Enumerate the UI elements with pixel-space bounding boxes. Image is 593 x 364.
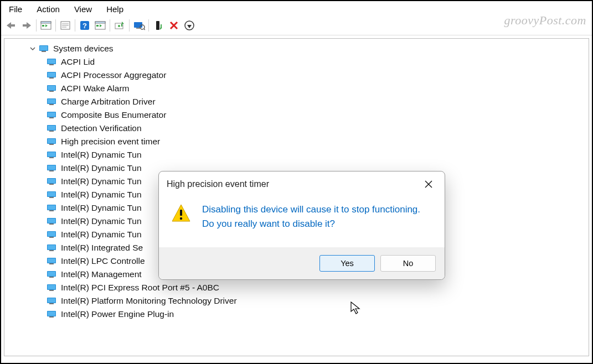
add-legacy-button[interactable]	[182, 18, 197, 33]
tree-item-label: Intel(R) Dynamic Tun	[61, 203, 142, 213]
toolbar-separator	[36, 19, 37, 32]
system-devices-icon	[39, 44, 50, 53]
toolbar-separator	[129, 19, 130, 32]
properties-sheet-button[interactable]	[58, 18, 73, 33]
svg-rect-47	[49, 104, 54, 105]
device-icon	[47, 217, 58, 226]
tree-item[interactable]: Intel(R) Power Engine Plug-in	[47, 308, 589, 321]
dialog-close-button[interactable]	[420, 177, 437, 191]
device-icon	[47, 58, 58, 66]
forward-button[interactable]	[19, 18, 34, 33]
tree-item[interactable]: Intel(R) Dynamic Tun	[47, 148, 589, 162]
tree-root-system-devices[interactable]: System devices	[29, 42, 589, 55]
svg-rect-86	[49, 277, 54, 278]
svg-rect-77	[49, 237, 54, 238]
tree-item-label: Intel(R) Power Engine Plug-in	[61, 309, 174, 319]
chevron-down-icon[interactable]	[29, 46, 37, 51]
tree-item[interactable]: ACPI Lid	[47, 55, 589, 69]
svg-rect-99	[180, 210, 182, 216]
tree-item[interactable]: Composite Bus Enumerator	[47, 108, 589, 122]
tree-item-label: Composite Bus Enumerator	[61, 110, 166, 120]
tree-item[interactable]: ACPI Wake Alarm	[47, 82, 589, 95]
svg-rect-41	[49, 77, 54, 79]
no-button[interactable]: No	[380, 255, 436, 272]
device-icon	[47, 177, 58, 186]
help-button[interactable]: ?	[77, 18, 92, 33]
svg-rect-74	[49, 223, 54, 225]
menu-action[interactable]: Action	[33, 3, 68, 15]
tree-item[interactable]: Detection Verification	[47, 122, 589, 135]
svg-point-100	[180, 217, 182, 220]
device-icon	[47, 111, 58, 119]
update-driver-button[interactable]	[112, 18, 127, 33]
tree-item[interactable]: Intel(R) PCI Express Root Port #5 - A0BC	[47, 281, 589, 294]
tree-item-label: Intel(R) Integrated Se	[61, 243, 143, 253]
toolbar-separator	[148, 19, 149, 32]
svg-rect-35	[42, 51, 46, 52]
device-icon	[47, 310, 58, 319]
svg-rect-71	[49, 210, 54, 211]
svg-rect-61	[48, 165, 55, 170]
svg-rect-59	[49, 157, 54, 158]
action-sheet-button[interactable]	[92, 18, 108, 33]
svg-line-25	[144, 29, 145, 30]
yes-button[interactable]: Yes	[319, 255, 375, 272]
svg-rect-94	[48, 311, 55, 316]
dialog-title: High precision event timer	[167, 179, 269, 189]
svg-rect-73	[48, 219, 55, 223]
svg-rect-3	[23, 24, 27, 27]
svg-marker-17	[100, 24, 102, 27]
device-icon	[47, 97, 58, 106]
svg-text:?: ?	[82, 22, 87, 30]
tree-item-label: Detection Verification	[61, 123, 142, 133]
tree-item-label: Intel(R) Dynamic Tun	[61, 216, 142, 226]
svg-rect-1	[11, 24, 15, 27]
tree-item[interactable]: Charge Arbitration Driver	[47, 95, 589, 108]
svg-rect-76	[48, 232, 55, 236]
svg-rect-50	[49, 117, 54, 118]
svg-rect-44	[49, 91, 54, 92]
tree-item-label: Intel(R) LPC Controlle	[61, 256, 145, 266]
svg-rect-53	[49, 131, 54, 132]
svg-rect-68	[49, 197, 54, 198]
tree-item-label: Intel(R) PCI Express Root Port #5 - A0BC	[61, 283, 219, 293]
svg-rect-92	[49, 303, 54, 304]
tree-item[interactable]: Intel(R) Platform Monitoring Technology …	[47, 294, 589, 308]
svg-point-19	[118, 25, 120, 27]
uninstall-device-button[interactable]	[166, 18, 182, 33]
device-icon	[47, 270, 58, 279]
tree-item-label: ACPI Lid	[61, 57, 95, 67]
menu-help[interactable]: Help	[103, 3, 131, 15]
tree-item[interactable]: ACPI Processor Aggregator	[47, 69, 589, 82]
disable-device-dialog: High precision event timer Disabling thi…	[158, 171, 445, 280]
svg-marker-7	[45, 24, 48, 27]
back-button[interactable]	[3, 18, 19, 33]
svg-rect-62	[49, 170, 54, 171]
svg-rect-26	[156, 21, 159, 30]
tree-item-label: Intel(R) Dynamic Tun	[61, 230, 142, 240]
dialog-message: Disabling this device will cause it to s…	[202, 202, 430, 232]
menu-view[interactable]: View	[71, 3, 100, 15]
tree-item-label: ACPI Wake Alarm	[61, 84, 129, 93]
device-icon	[47, 204, 58, 212]
svg-rect-91	[48, 298, 55, 303]
svg-rect-80	[49, 250, 54, 251]
enable-device-button[interactable]	[151, 18, 166, 33]
device-icon	[47, 243, 58, 252]
show-hide-tree-button[interactable]	[38, 18, 54, 33]
warning-icon	[171, 202, 191, 232]
tree-item[interactable]: High precision event timer	[47, 135, 589, 148]
svg-rect-15	[95, 22, 105, 23]
menu-file[interactable]: File	[6, 3, 30, 15]
svg-marker-20	[122, 22, 124, 24]
svg-rect-88	[48, 285, 55, 289]
svg-rect-52	[48, 126, 55, 130]
device-icon	[47, 84, 58, 93]
scan-hardware-button[interactable]	[131, 18, 147, 33]
svg-rect-55	[48, 139, 55, 143]
dialog-footer: Yes No	[159, 247, 445, 279]
device-icon	[47, 257, 58, 266]
device-icon	[47, 124, 58, 133]
svg-marker-27	[160, 28, 162, 30]
toolbar-divider	[1, 35, 592, 35]
